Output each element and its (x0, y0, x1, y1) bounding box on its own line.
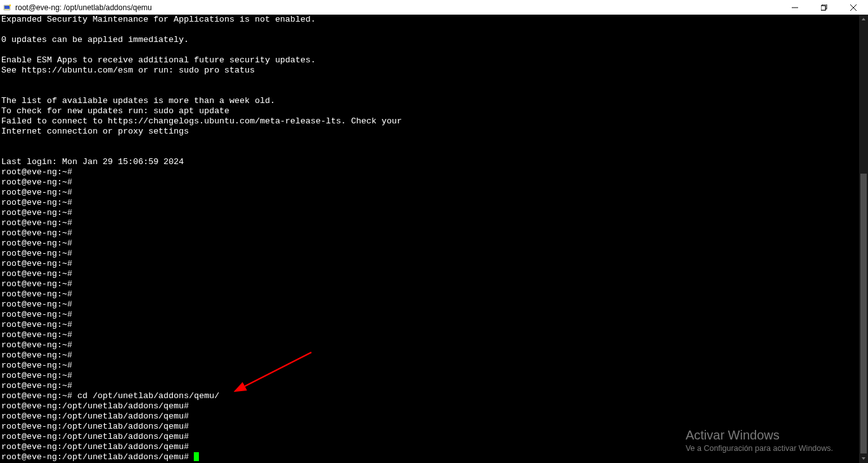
putty-icon (3, 3, 13, 13)
window-controls (780, 0, 868, 15)
minimize-button[interactable] (780, 0, 810, 15)
scroll-up-arrow[interactable] (859, 15, 868, 24)
vertical-scrollbar[interactable] (859, 15, 868, 463)
maximize-button[interactable] (810, 0, 839, 15)
window-titlebar: root@eve-ng: /opt/unetlab/addons/qemu (0, 0, 868, 15)
svg-rect-2 (9, 4, 11, 6)
terminal-output[interactable]: Expanded Security Maintenance for Applic… (0, 15, 860, 463)
close-button[interactable] (839, 0, 868, 15)
scroll-thumb[interactable] (860, 174, 867, 453)
terminal-cursor (194, 452, 199, 461)
window-title: root@eve-ng: /opt/unetlab/addons/qemu (15, 3, 152, 12)
scroll-down-arrow[interactable] (859, 454, 868, 463)
svg-rect-6 (821, 6, 825, 10)
svg-marker-9 (862, 18, 865, 20)
svg-marker-10 (862, 457, 865, 460)
svg-rect-1 (4, 6, 10, 9)
